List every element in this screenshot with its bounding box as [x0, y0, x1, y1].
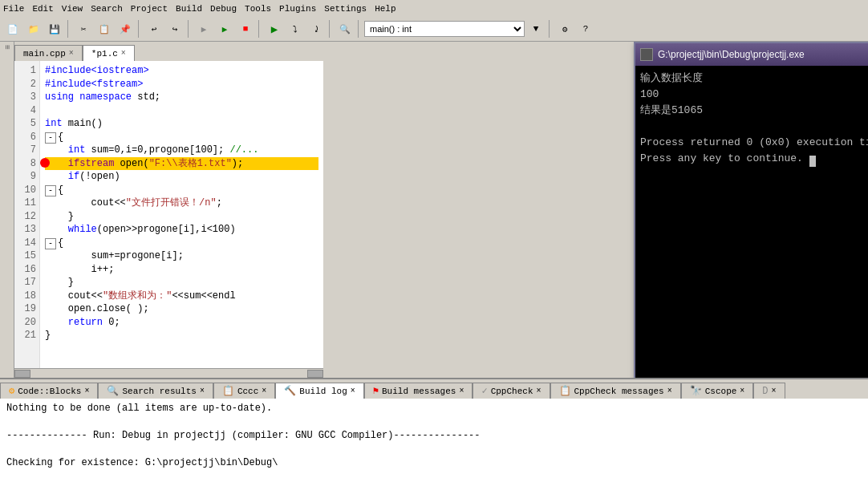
sep7 — [549, 20, 552, 38]
function-combo[interactable]: main() : int — [364, 21, 525, 37]
bottom-tab-cppcheckmsg[interactable]: 📋 CppCheck messages × — [550, 383, 681, 399]
console-line-5: Process returned 0 (0x0) execution time … — [640, 135, 868, 151]
bottom-tab-search[interactable]: 🔍 Search results × — [98, 383, 213, 399]
build-log-line2 — [6, 415, 862, 429]
search-btn[interactable]: 🔍 — [335, 20, 355, 38]
paste-btn[interactable]: 📌 — [116, 20, 135, 38]
bottom-tab-search-label: Search results — [122, 387, 196, 396]
debug-btn[interactable]: ▶ — [265, 20, 284, 38]
bottom-tab-cscope[interactable]: 🔭 Cscope × — [681, 383, 754, 399]
bottom-panel: ⚙ Code::Blocks × 🔍 Search results × 📋 Cc… — [0, 378, 868, 482]
debug-next-btn[interactable]: ⤵ — [286, 20, 305, 38]
menu-file[interactable]: File — [3, 4, 24, 14]
build-log-line1: Nothing to be done (all items are up-to-… — [6, 402, 862, 415]
menu-project[interactable]: Project — [131, 4, 168, 14]
sep1 — [67, 20, 71, 38]
tab-p1c[interactable]: *p1.c × — [83, 45, 135, 61]
code-line-17: } — [45, 276, 318, 290]
bottom-tab-cccc-close[interactable]: × — [262, 387, 266, 395]
bottom-tab-cscope-close[interactable]: × — [740, 387, 744, 395]
console-line-4 — [640, 119, 868, 135]
bottom-tab-cccc-label: Cccc — [237, 387, 258, 396]
save-btn[interactable]: 💾 — [45, 20, 64, 38]
open-btn[interactable]: 📁 — [24, 20, 43, 38]
fold-14[interactable]: - — [45, 238, 56, 249]
bottom-tab-buildmsg[interactable]: ⚑ Build messages × — [364, 383, 473, 399]
help-btn[interactable]: ? — [576, 20, 595, 38]
console-title-label: G:\projectjj\bin\Debug\projectjj.exe — [658, 49, 805, 60]
build-log-line4 — [6, 443, 862, 456]
app-window: File Edit View Search Project Build Debu… — [0, 0, 868, 482]
new-btn[interactable]: 📄 — [3, 20, 22, 38]
bottom-tab-cccc[interactable]: 📋 Cccc × — [213, 383, 275, 399]
menu-plugins[interactable]: Plugins — [279, 4, 316, 14]
console-title-text: G:\projectjj\bin\Debug\projectjj.exe — [640, 48, 805, 61]
line-numbers: 12345 678910 1112131415 1617181920 21 — [14, 61, 40, 368]
fold-10[interactable]: - — [45, 185, 56, 196]
code-line-12: } — [45, 210, 318, 224]
menu-search[interactable]: Search — [91, 4, 123, 14]
code-text[interactable]: #include<iostream> #include<fstream> usi… — [40, 61, 323, 368]
code-line-8: ifstream open("F:\\表格1.txt"); — [45, 157, 318, 171]
bottom-tab-d[interactable]: D × — [753, 383, 785, 399]
code-line-10: -{ — [45, 184, 318, 197]
combo-drop[interactable]: ▼ — [526, 20, 546, 38]
code-line-2: #include<fstream> — [45, 78, 318, 91]
editor-area: main.cpp × *p1.c × 12345 678910 11121314… — [14, 42, 323, 378]
code-line-4 — [45, 104, 318, 118]
tab-p1c-label: *p1.c — [91, 49, 118, 59]
toolbar-area: File Edit View Search Project Build Debu… — [0, 0, 868, 42]
bottom-tab-buildmsg-label: Build messages — [382, 387, 456, 396]
code-line-7: int sum=0,i=0,progone[100]; //... — [45, 144, 318, 157]
copy-btn[interactable]: 📋 — [95, 20, 114, 38]
bottom-tab-cppcheck-label: CppCheck — [491, 387, 533, 396]
bottom-tab-codeblocks-label: Code::Blocks — [18, 387, 81, 396]
run-btn[interactable]: ▶ — [215, 20, 234, 38]
code-line-18: cout<<"数组求和为："<<sum<<endl — [45, 290, 318, 303]
code-line-20: return 0; — [45, 316, 318, 330]
undo-btn[interactable]: ↩ — [144, 20, 164, 38]
bottom-tab-search-close[interactable]: × — [200, 387, 205, 395]
bottom-tab-buildlog-close[interactable]: × — [351, 387, 355, 395]
cut-btn[interactable]: ✂ — [74, 20, 93, 38]
bottom-tab-buildlog[interactable]: 🔨 Build log × — [275, 383, 363, 399]
tab-main-cpp-close[interactable]: × — [69, 49, 74, 58]
console-line-6: Press any key to continue. — [640, 151, 868, 167]
bottom-tab-buildmsg-close[interactable]: × — [459, 387, 464, 395]
tab-main-cpp-label: main.cpp — [23, 49, 66, 59]
fold-6[interactable]: - — [45, 132, 56, 144]
menu-help[interactable]: Help — [375, 4, 395, 14]
bottom-tab-cppcheck-close[interactable]: × — [536, 387, 541, 395]
build-log-line5: Checking for existence: G:\projectjj\bin… — [6, 456, 862, 470]
menu-settings[interactable]: Settings — [324, 4, 367, 14]
bottom-tab-codeblocks[interactable]: ⚙ Code::Blocks × — [0, 383, 98, 399]
bottom-tab-codeblocks-close[interactable]: × — [84, 387, 89, 395]
left-panel: ≡ — [0, 42, 14, 378]
debug-step-btn[interactable]: ⤸ — [306, 20, 326, 38]
menu-tools[interactable]: Tools — [245, 4, 271, 14]
tab-p1c-close[interactable]: × — [121, 49, 126, 58]
code-line-9: if(!open) — [45, 170, 318, 184]
console-line-3: 结果是51065 — [640, 103, 868, 119]
sep2 — [138, 20, 141, 38]
console-window: G:\projectjj\bin\Debug\projectjj.exe ─ □… — [634, 42, 868, 378]
toolbar-row: 📄 📁 💾 ✂ 📋 📌 ↩ ↪ ▶ ▶ ■ ▶ ⤵ ⤸ 🔍 main() : i… — [0, 18, 868, 40]
editor-tabbar: main.cpp × *p1.c × — [14, 42, 323, 61]
redo-btn[interactable]: ↪ — [165, 20, 185, 38]
bottom-tab-d-close[interactable]: × — [772, 387, 777, 395]
build-btn[interactable]: ▶ — [194, 20, 213, 38]
tab-main-cpp[interactable]: main.cpp × — [14, 45, 83, 61]
menu-build[interactable]: Build — [176, 4, 202, 14]
menu-edit[interactable]: Edit — [32, 4, 53, 14]
console-titlebar: G:\projectjj\bin\Debug\projectjj.exe ─ □… — [635, 43, 868, 66]
stop-btn[interactable]: ■ — [236, 20, 255, 38]
bottom-tab-cppcheckmsg-close[interactable]: × — [667, 387, 672, 395]
menu-view[interactable]: View — [62, 4, 83, 14]
menubar: File Edit View Search Project Build Debu… — [0, 0, 868, 18]
settings-btn[interactable]: ⚙ — [555, 20, 574, 38]
code-editor[interactable]: 12345 678910 1112131415 1617181920 21 #i… — [14, 61, 323, 368]
menu-debug[interactable]: Debug — [210, 4, 237, 14]
code-line-5: int main() — [45, 117, 318, 131]
code-hscroll[interactable] — [14, 368, 323, 378]
bottom-tab-cppcheck[interactable]: ✓ CppCheck × — [473, 383, 550, 399]
